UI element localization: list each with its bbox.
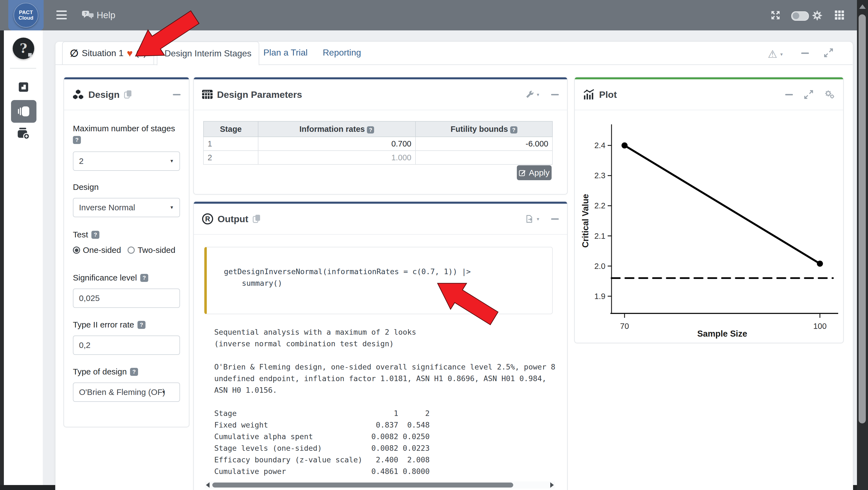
sidebar-item-designs-active[interactable]: [11, 100, 36, 123]
tab-bar: ∅ Situation 1 ♥ (3) Design Interim Stage…: [55, 41, 852, 65]
data-point: [621, 142, 627, 148]
apps-grid-icon[interactable]: [835, 10, 844, 20]
minimize-panel-button[interactable]: [551, 218, 559, 220]
data-point: [817, 261, 823, 267]
panels-icon: [18, 106, 30, 117]
y-tick-label: 2.4: [594, 141, 606, 150]
caret-down-icon: ▼: [536, 217, 540, 221]
design-panel: Design Maximum number of stages ? 2 ▼ De…: [63, 77, 189, 427]
x-tick-label: 70: [620, 322, 629, 330]
sidebar-item-add-situation[interactable]: [17, 127, 30, 140]
help-menu[interactable]: ? Help: [82, 8, 115, 22]
empty-set-icon: ∅: [70, 48, 79, 59]
design-panel-title: Design: [88, 89, 120, 100]
theme-button[interactable]: [812, 10, 823, 21]
output-line: Cumulative alpha spent 0.0082 0.0250: [214, 432, 557, 444]
table-row: 2 1.000: [204, 151, 552, 165]
hamburger-menu-icon[interactable]: [56, 10, 67, 19]
heart-icon[interactable]: ♥: [127, 48, 133, 58]
chevron-down-icon: ▼: [161, 390, 166, 395]
futility-bounds-help-icon[interactable]: ?: [510, 126, 517, 134]
scroll-up-arrow-icon[interactable]: [859, 4, 866, 9]
radio-one-sided[interactable]: [73, 247, 80, 254]
minimize-card-button[interactable]: [801, 53, 809, 54]
design-panel-header: Design: [64, 79, 189, 110]
minimize-panel-button[interactable]: [551, 94, 559, 95]
stages-steps-icon: [19, 82, 28, 92]
pencil-square-icon: [519, 169, 526, 176]
futility-bound-cell[interactable]: -6.000: [415, 137, 552, 151]
type2-input[interactable]: 0,2: [73, 336, 180, 355]
test-help-icon[interactable]: ?: [91, 231, 99, 239]
information-rates-help-icon[interactable]: ?: [367, 126, 374, 134]
expand-arrows-icon[interactable]: [804, 90, 813, 99]
x-tick-label: 100: [813, 322, 827, 330]
design-parameters-accent: [194, 77, 567, 79]
significance-input[interactable]: 0,025: [73, 289, 180, 308]
type2-value: 0,2: [79, 341, 91, 350]
output-line: [214, 351, 557, 363]
tab-situation[interactable]: ∅ Situation 1 ♥ (3): [62, 41, 154, 65]
test-radio-group: One-sided Two-sided: [73, 246, 175, 255]
r-code-block[interactable]: getDesignInverseNormal(informationRates …: [204, 247, 553, 314]
scrollbar-thumb[interactable]: [859, 15, 866, 423]
favorites-count: (3): [136, 49, 146, 58]
export-file-icon: [525, 214, 534, 224]
table-settings-dropdown[interactable]: ▼: [525, 90, 540, 99]
scrollbar-thumb[interactable]: [212, 483, 513, 488]
table-icon: [202, 90, 213, 99]
app-logo[interactable]: PACT Cloud: [8, 0, 43, 30]
x-axis-label: Sample Size: [698, 329, 747, 339]
table-row: 1 0.700 -6.000: [204, 137, 552, 151]
tab-plan-a-trial[interactable]: Plan a Trial: [264, 41, 308, 64]
svg-text:?: ?: [84, 11, 87, 16]
plot-settings-gears-icon[interactable]: [825, 90, 835, 99]
max-stages-select[interactable]: 2 ▼: [73, 151, 180, 171]
r-logo-icon: R: [202, 213, 213, 224]
scroll-right-arrow-icon[interactable]: [550, 482, 554, 488]
toggle-knob: [793, 12, 799, 19]
type-of-design-value: O'Brien & Fleming (OF): [79, 387, 165, 397]
output-line: ASN H0 1.0156.: [214, 386, 557, 397]
significance-help-icon[interactable]: ?: [140, 274, 148, 282]
max-stages-label: Maximum number of stages: [73, 124, 181, 133]
output-panel-header: R Output ▼: [194, 204, 567, 235]
situation-tab-label: Situation 1: [82, 48, 123, 58]
expand-card-button[interactable]: [824, 48, 833, 57]
radio-two-sided[interactable]: [128, 247, 135, 254]
output-line: undefined endpoint, inflation factor 1.0…: [214, 374, 557, 386]
fullscreen-button[interactable]: [770, 10, 781, 21]
information-rate-cell[interactable]: 1.000: [258, 151, 415, 165]
max-stages-value: 2: [79, 156, 84, 166]
dark-mode-toggle[interactable]: [791, 11, 809, 21]
minus-icon: [801, 53, 809, 54]
page-vertical-scrollbar[interactable]: [857, 0, 868, 490]
design-parameters-header: Design Parameters ▼: [194, 79, 567, 110]
apply-button[interactable]: Apply: [517, 165, 552, 180]
output-horizontal-scrollbar[interactable]: [205, 482, 555, 489]
copy-icon[interactable]: [253, 214, 261, 224]
copy-icon[interactable]: [124, 90, 132, 99]
export-dropdown[interactable]: ▼: [525, 214, 540, 224]
warnings-dropdown[interactable]: ⚠ ▼: [768, 48, 783, 60]
type2-help-icon[interactable]: ?: [137, 321, 146, 329]
tab-reporting[interactable]: Reporting: [323, 41, 361, 64]
sidebar-item-stages[interactable]: [19, 82, 28, 93]
type-of-design-help-icon[interactable]: ?: [130, 368, 138, 376]
max-stages-help-icon[interactable]: ?: [73, 136, 81, 144]
help-label: Help: [97, 10, 115, 21]
output-panel-title: Output: [218, 213, 248, 224]
futility-bound-cell[interactable]: [415, 151, 552, 165]
tab-design-interim-stages[interactable]: Design Interim Stages: [157, 41, 259, 65]
minimize-panel-button[interactable]: [785, 94, 793, 95]
y-tick-label: 1.9: [594, 292, 606, 301]
user-avatar[interactable]: ?: [13, 37, 34, 59]
scroll-left-arrow-icon[interactable]: [206, 482, 210, 488]
design-panel-accent: [64, 77, 189, 79]
information-rate-cell[interactable]: 0.700: [258, 137, 415, 151]
wrench-icon: [525, 90, 534, 99]
help-chat-icon: ?: [82, 10, 94, 20]
design-select[interactable]: Inverse Normal ▼: [73, 198, 180, 217]
minimize-panel-button[interactable]: [173, 94, 181, 95]
type-of-design-select[interactable]: O'Brien & Fleming (OF) ▼: [73, 382, 180, 402]
